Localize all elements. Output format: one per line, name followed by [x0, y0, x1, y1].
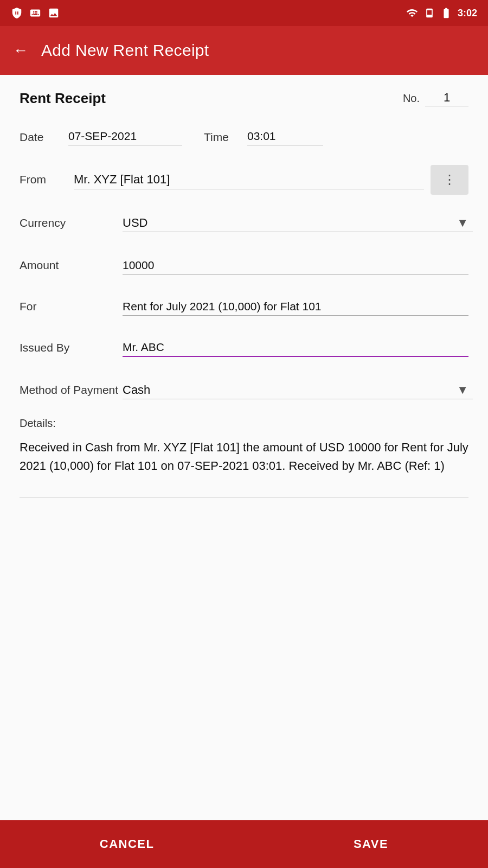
- for-input[interactable]: [123, 298, 468, 316]
- three-dots-icon: ⋮: [443, 172, 457, 187]
- receipt-number-row: No. 1: [403, 91, 468, 106]
- payment-method-row: Method of Payment Cash Bank Transfer Car…: [20, 374, 468, 406]
- details-section: Details: Received in Cash from Mr. XYZ […: [20, 417, 468, 475]
- time-label: Time: [204, 131, 247, 144]
- app-bar: ← Add New Rent Receipt: [0, 26, 488, 75]
- currency-select[interactable]: USD EUR GBP: [123, 214, 473, 232]
- signal-icon: [424, 7, 435, 19]
- no-value: 1: [425, 91, 468, 106]
- from-row: From ⋮: [20, 163, 468, 196]
- cancel-button[interactable]: CANCEL: [67, 828, 187, 860]
- amount-row: Amount: [20, 250, 468, 280]
- for-label: For: [20, 300, 123, 313]
- from-label: From: [20, 173, 74, 186]
- save-button[interactable]: SAVE: [321, 828, 421, 860]
- bottom-divider: [20, 497, 468, 497]
- for-row: For: [20, 291, 468, 322]
- details-text: Received in Cash from Mr. XYZ [Flat 101]…: [20, 438, 468, 475]
- status-icons: [11, 7, 60, 19]
- keyboard-icon: [29, 7, 41, 19]
- wifi-icon: [406, 7, 419, 19]
- payment-method-select[interactable]: Cash Bank Transfer Card: [123, 381, 473, 399]
- issued-by-label: Issued By: [20, 341, 123, 354]
- payment-method-label: Method of Payment: [20, 384, 123, 397]
- image-icon: [48, 7, 60, 19]
- bottom-bar: CANCEL SAVE: [0, 820, 488, 868]
- date-time-row: Date 07-SEP-2021 Time 03:01: [20, 122, 468, 152]
- amount-input[interactable]: [123, 257, 468, 275]
- currency-row: Currency USD EUR GBP ▼: [20, 207, 468, 239]
- amount-label: Amount: [20, 259, 123, 272]
- status-bar: 3:02: [0, 0, 488, 26]
- from-input[interactable]: [74, 170, 424, 189]
- page-title: Add New Rent Receipt: [41, 41, 209, 60]
- form-header: Rent Receipt No. 1: [20, 90, 468, 107]
- time-value[interactable]: 03:01: [247, 130, 323, 145]
- details-label: Details:: [20, 417, 468, 430]
- battery-icon: [440, 7, 452, 19]
- date-value[interactable]: 07-SEP-2021: [68, 130, 182, 145]
- date-label: Date: [20, 131, 68, 144]
- issued-by-row: Issued By: [20, 333, 468, 363]
- currency-label: Currency: [20, 216, 123, 229]
- status-right: 3:02: [406, 7, 477, 19]
- no-label: No.: [403, 92, 420, 105]
- time-display: 3:02: [458, 8, 477, 19]
- from-menu-button[interactable]: ⋮: [431, 165, 468, 195]
- form-content: Rent Receipt No. 1 Date 07-SEP-2021 Time…: [0, 75, 488, 820]
- form-title: Rent Receipt: [20, 90, 106, 107]
- back-button[interactable]: ←: [13, 43, 28, 58]
- shield-icon: [11, 7, 23, 19]
- issued-by-input[interactable]: [123, 339, 468, 357]
